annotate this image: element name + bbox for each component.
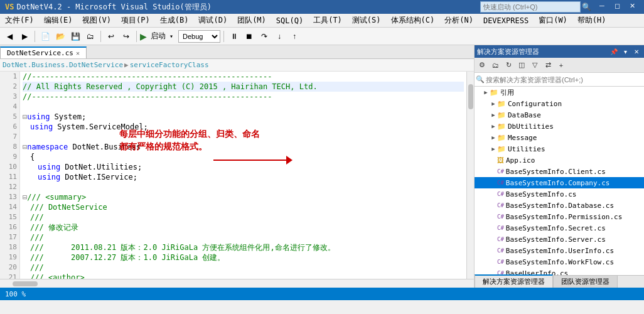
folder-icon-dbutilities: 📁 xyxy=(497,122,506,131)
solution-search-input[interactable] xyxy=(486,74,643,85)
menu-devexpress[interactable]: DEVEXPRESS xyxy=(478,15,534,26)
menu-analyze[interactable]: 分析(N) xyxy=(439,14,478,27)
scrollbar-thumb xyxy=(468,84,473,109)
sol-refresh-button[interactable]: ↻ xyxy=(502,59,515,72)
pause-button[interactable]: ⏸ xyxy=(227,30,241,43)
start-dropdown-icon[interactable]: ▾ xyxy=(169,33,173,40)
toolbar-separator-3 xyxy=(136,31,137,42)
menu-project[interactable]: 项目(P) xyxy=(116,14,155,27)
file-icon-basesysteminfo: C# xyxy=(497,191,504,197)
tree-item-utilities[interactable]: ▶ 📁 Utilities xyxy=(475,143,644,154)
menu-debug[interactable]: 调试(D) xyxy=(193,14,232,27)
tree-item-app-ico[interactable]: 🖼 App.ico xyxy=(475,154,644,166)
sol-collapse-button[interactable]: ◫ xyxy=(515,59,528,72)
menu-help[interactable]: 帮助(H) xyxy=(572,14,611,27)
code-text-3: //--------------------------------------… xyxy=(23,92,272,102)
breadcrumb-class[interactable]: serviceFactoryClass xyxy=(130,61,209,69)
close-button[interactable]: ✕ xyxy=(625,0,639,11)
tree-item-configuration[interactable]: ▶ 📁 Configuration xyxy=(475,98,644,109)
menu-view[interactable]: 视图(V) xyxy=(77,14,116,27)
code-content[interactable]: //--------------------------------------… xyxy=(20,72,466,279)
tree-item-basesysteminfo-client[interactable]: C# BaseSystemInfo.Client.cs xyxy=(475,166,644,177)
code-text-17: /// xyxy=(30,232,44,242)
minimize-button[interactable]: ─ xyxy=(595,0,609,11)
tree-item-database[interactable]: ▶ 📁 DataBase xyxy=(475,109,644,121)
collapse-13[interactable]: ⊟ xyxy=(23,192,27,202)
solution-settings-button[interactable]: ▾ xyxy=(620,46,630,57)
code-text-21: /// <author> xyxy=(30,273,85,279)
sol-sync-button[interactable]: ⇄ xyxy=(542,59,554,72)
editor-tab-dotnetservice[interactable]: DotNetService.cs ✕ xyxy=(0,46,87,58)
expander-utilities: ▶ xyxy=(490,145,497,153)
tree-item-basesysteminfo-secret[interactable]: C# BaseSystemInfo.Secret.cs xyxy=(475,222,644,234)
code-keyword-namespace: namespace xyxy=(27,142,68,152)
tree-item-basesysteminfo-database[interactable]: C# BaseSystemInfo.Database.cs xyxy=(475,200,644,211)
sol-filter-button[interactable]: ▽ xyxy=(529,59,541,72)
breadcrumb-namespace[interactable]: DotNet.Business.DotNetService xyxy=(3,61,123,69)
tab-close-icon[interactable]: ✕ xyxy=(76,50,80,57)
back-button[interactable]: ◀ xyxy=(3,30,16,43)
code-line-12 xyxy=(23,182,464,192)
solution-toolbar: ⚙ 🗂 ↻ ◫ ▽ ⇄ + xyxy=(475,58,644,73)
line-numbers: 1 2 3 4 5 6 7 8 9 10 11 12 13 14 15 16 1… xyxy=(0,72,20,279)
menu-team[interactable]: 团队(M) xyxy=(232,14,271,27)
code-keyword-using-4: using xyxy=(38,172,60,182)
menu-file[interactable]: 文件(F) xyxy=(0,14,39,27)
tree-item-message[interactable]: ▶ 📁 Message xyxy=(475,132,644,143)
tree-item-basesysteminfo[interactable]: C# BaseSystemInfo.cs xyxy=(475,188,644,200)
sol-show-all-button[interactable]: 🗂 xyxy=(489,59,502,72)
editor-scrollbar-x-thumb xyxy=(13,281,38,286)
solution-close-button[interactable]: ✕ xyxy=(631,46,641,57)
tree-item-basesysteminfo-permission[interactable]: C# BaseSystemInfo.Permission.cs xyxy=(475,211,644,222)
zoom-level: 100 % xyxy=(5,290,26,298)
solution-search-bar[interactable]: 🔍 xyxy=(475,73,644,87)
menu-tools[interactable]: 工具(T) xyxy=(308,14,347,27)
editor-scrollbar-x[interactable] xyxy=(0,279,474,288)
step-over-button[interactable]: ↷ xyxy=(257,30,271,43)
tab-solution-explorer[interactable]: 解决方案资源管理器 xyxy=(475,274,553,288)
expander-references: ▶ xyxy=(482,89,490,96)
sol-properties-button[interactable]: ⚙ xyxy=(476,59,488,72)
code-area: 1 2 3 4 5 6 7 8 9 10 11 12 13 14 15 16 1… xyxy=(0,72,474,279)
tree-item-basesysteminfo-server[interactable]: C# BaseSystemInfo.Server.cs xyxy=(475,234,644,245)
file-icon-basesysteminfo-client: C# xyxy=(497,168,504,175)
new-file-button[interactable]: 📄 xyxy=(38,30,52,43)
pin-button[interactable]: 📌 xyxy=(609,46,619,57)
tree-item-basesysteminfo-userinfo[interactable]: C# BaseSystemInfo.UserInfo.cs xyxy=(475,245,644,256)
menu-build[interactable]: 生成(B) xyxy=(155,14,194,27)
open-file-button[interactable]: 📂 xyxy=(53,30,67,43)
step-into-button[interactable]: ↓ xyxy=(272,30,286,43)
step-out-button[interactable]: ↑ xyxy=(287,30,301,43)
restore-button[interactable]: ◻ xyxy=(610,0,624,11)
save-all-button[interactable]: 🗂 xyxy=(83,30,97,43)
menu-architecture[interactable]: 体系结构(C) xyxy=(386,14,440,27)
debug-config-dropdown[interactable]: Debug Release xyxy=(178,30,220,43)
editor-scrollbar-y[interactable] xyxy=(466,72,474,279)
menu-test[interactable]: 测试(S) xyxy=(347,14,386,27)
code-text-15: /// xyxy=(30,212,44,222)
tree-item-dbutilities[interactable]: ▶ 📁 DbUtilities xyxy=(475,121,644,132)
code-text-18: /// 2011.08.21 版本：2.0 JiRiGaLa 方便在系统组件化用… xyxy=(30,242,335,252)
quick-launch-input[interactable] xyxy=(480,1,581,13)
expander-dbutilities: ▶ xyxy=(490,122,497,130)
file-icon-basesysteminfo-workflow: C# xyxy=(497,259,504,265)
tree-item-references[interactable]: ▶ 📁 引用 xyxy=(475,87,644,98)
menu-window[interactable]: 窗口(W) xyxy=(534,14,572,27)
save-button[interactable]: 💾 xyxy=(68,30,82,43)
ln-18: 18 xyxy=(0,242,19,252)
collapse-5[interactable]: ⊟ xyxy=(23,112,27,122)
start-debug-button[interactable]: ▶ xyxy=(140,31,147,41)
forward-button[interactable]: ▶ xyxy=(18,30,31,43)
tree-item-basesysteminfo-company[interactable]: C# BaseSystemInfo.Company.cs xyxy=(475,177,644,188)
sol-add-button[interactable]: + xyxy=(555,59,567,72)
collapse-8[interactable]: ⊟ xyxy=(23,142,27,152)
tree-item-basesysteminfo-workflow[interactable]: C# BaseSystemInfo.WorkFlow.cs xyxy=(475,256,644,268)
menu-edit[interactable]: 编辑(E) xyxy=(39,14,78,27)
redo-button[interactable]: ↪ xyxy=(119,30,133,43)
undo-button[interactable]: ↩ xyxy=(104,30,118,43)
tab-team-explorer[interactable]: 团队资源管理器 xyxy=(553,275,618,288)
stop-button[interactable]: ⏹ xyxy=(242,30,256,43)
expander-configuration: ▶ xyxy=(490,100,497,107)
menu-sql[interactable]: SQL(Q) xyxy=(271,15,308,26)
code-line-3: //--------------------------------------… xyxy=(23,92,464,102)
